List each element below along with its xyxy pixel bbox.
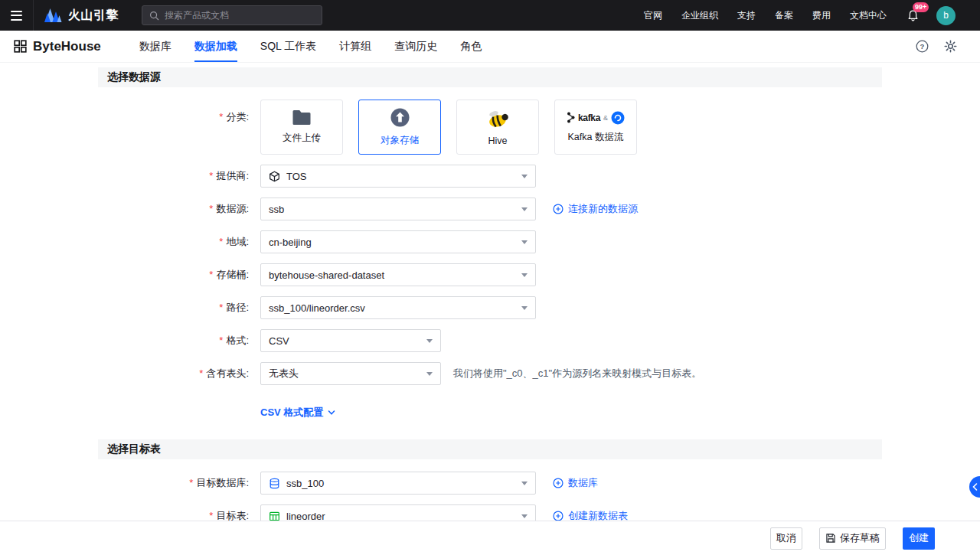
format-value: CSV	[269, 335, 289, 347]
cancel-button[interactable]: 取消	[770, 527, 802, 550]
section-title-target: 选择目标表	[98, 439, 882, 459]
notification-bell-button[interactable]: 99+	[906, 9, 920, 22]
csv-format-config-toggle[interactable]: CSV 格式配置	[260, 406, 336, 420]
volcengine-brand[interactable]: 火山引擎	[43, 8, 119, 24]
gear-icon	[944, 40, 957, 53]
topbar-search[interactable]	[142, 5, 322, 25]
form-row-bucket: *存储桶: bytehouse-shared-dataset	[98, 263, 882, 286]
source-section-title: 选择数据源	[107, 70, 161, 84]
provider-value: TOS	[286, 171, 307, 182]
save-draft-button[interactable]: 保存草稿	[819, 527, 886, 550]
settings-button[interactable]	[944, 40, 957, 53]
datasource-select[interactable]: ssb	[260, 198, 536, 220]
topbar-link-official-site[interactable]: 官网	[644, 9, 662, 22]
circle-plus-icon	[553, 511, 564, 521]
has-header-label: *含有表头:	[98, 367, 249, 380]
region-value: cn-beijing	[269, 237, 312, 248]
region-label: *地域:	[98, 235, 249, 249]
required-marker: *	[189, 477, 193, 488]
caret-down-icon	[426, 339, 433, 343]
target-database-value: ssb_100	[286, 478, 324, 489]
tab-compute-groups[interactable]: 计算组	[339, 31, 371, 62]
nav-tabs: 数据库 数据加载 SQL 工作表 计算组 查询历史 角色	[139, 31, 482, 62]
topbar-link-filing[interactable]: 备案	[775, 9, 793, 22]
category-card-object-storage[interactable]: 对象存储	[358, 100, 441, 155]
tab-sql-worksheet[interactable]: SQL 工作表	[260, 31, 316, 62]
tab-roles[interactable]: 角色	[460, 31, 482, 62]
chevron-left-icon	[972, 483, 978, 491]
required-marker: *	[209, 269, 213, 280]
required-marker: *	[219, 302, 223, 313]
create-new-table-link[interactable]: 创建新数据表	[553, 509, 628, 521]
footer-actions: 取消 保存草稿 创建	[0, 521, 980, 555]
caret-down-icon	[521, 175, 528, 178]
bucket-value: bytehouse-shared-dataset	[269, 269, 384, 281]
target-database-select[interactable]: ssb_100	[260, 472, 536, 495]
search-input[interactable]	[165, 10, 315, 21]
category-card-hive[interactable]: Hive	[456, 100, 539, 155]
tos-provider-icon	[269, 171, 280, 182]
caret-down-icon	[426, 372, 433, 376]
bucket-select[interactable]: bytehouse-shared-dataset	[260, 263, 536, 286]
category-label: *分类:	[98, 100, 249, 124]
svg-text:?: ?	[920, 42, 925, 51]
bytehouse-logo-icon	[14, 40, 27, 53]
help-button[interactable]: ?	[916, 40, 929, 53]
main-content: 选择数据源 *分类: 文件上传	[0, 63, 980, 521]
required-marker: *	[199, 367, 203, 379]
provider-label: *提供商:	[98, 169, 249, 183]
region-select[interactable]: cn-beijing	[260, 230, 536, 253]
form-row-path: *路径: ssb_100/lineorder.csv	[98, 296, 882, 319]
tab-query-history[interactable]: 查询历史	[394, 31, 437, 62]
required-marker: *	[219, 335, 223, 346]
path-value: ssb_100/lineorder.csv	[269, 302, 365, 314]
category-card-kafka-stream[interactable]: kafka & Kafka 数据流	[554, 100, 637, 155]
required-marker: *	[209, 170, 213, 181]
ampersand-text: &	[603, 114, 608, 122]
form-row-category: *分类: 文件上传 对象存储	[98, 100, 882, 155]
connect-new-datasource-link[interactable]: 连接新的数据源	[553, 202, 638, 216]
folder-icon	[292, 109, 312, 126]
create-database-link[interactable]: 数据库	[553, 476, 598, 490]
category-card-file-upload[interactable]: 文件上传	[260, 100, 343, 155]
caret-down-icon	[521, 207, 528, 211]
format-label: *格式:	[98, 334, 249, 348]
topbar-links: 官网 企业组织 支持 备案 费用 文档中心	[644, 9, 887, 22]
format-select[interactable]: CSV	[260, 329, 441, 352]
topbar-link-billing[interactable]: 费用	[812, 9, 831, 22]
tab-databases[interactable]: 数据库	[139, 31, 172, 62]
hamburger-menu-button[interactable]	[0, 0, 34, 31]
target-table-select[interactable]: lineorder	[260, 504, 536, 521]
table-icon	[269, 511, 280, 521]
caret-down-icon	[521, 273, 528, 277]
topbar-link-enterprise-org[interactable]: 企业组织	[681, 9, 718, 22]
target-database-label: *目标数据库:	[98, 476, 249, 490]
provider-select[interactable]: TOS	[260, 165, 536, 188]
kafka-icon	[567, 112, 575, 123]
tab-data-loading[interactable]: 数据加载	[194, 31, 237, 62]
create-button[interactable]: 创建	[903, 527, 935, 550]
category-card-label: Hive	[488, 135, 507, 146]
required-marker: *	[219, 111, 223, 122]
has-header-select[interactable]: 无表头	[260, 362, 441, 385]
hamburger-icon	[11, 11, 22, 21]
target-section-title: 选择目标表	[107, 442, 161, 456]
kafka-logo-text: kafka	[578, 113, 600, 123]
search-icon	[149, 11, 159, 21]
form-row-region: *地域: cn-beijing	[98, 230, 882, 253]
user-avatar[interactable]: b	[936, 6, 956, 25]
topbar-link-docs-center[interactable]: 文档中心	[850, 9, 887, 22]
volcengine-logo-icon	[43, 8, 63, 22]
database-icon	[269, 478, 280, 489]
help-icon: ?	[916, 40, 929, 53]
caret-down-icon	[521, 240, 528, 244]
datasource-value: ssb	[269, 204, 284, 215]
bytehouse-brand[interactable]: ByteHouse	[14, 39, 101, 54]
datasource-label: *数据源:	[98, 202, 249, 216]
cloud-upload-icon	[390, 107, 410, 128]
form-row-datasource: *数据源: ssb 连接新的数据源	[98, 198, 882, 220]
path-select[interactable]: ssb_100/lineorder.csv	[260, 296, 536, 319]
topbar-link-support[interactable]: 支持	[737, 9, 756, 22]
topbar: 火山引擎 官网 企业组织 支持 备案 费用 文档中心 99+ b	[0, 0, 980, 31]
section-title-source: 选择数据源	[98, 67, 882, 87]
